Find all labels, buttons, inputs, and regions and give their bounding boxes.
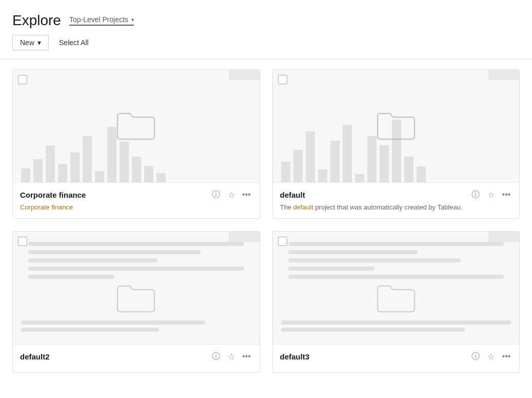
toolbar-divider <box>0 59 532 59</box>
select-all-button[interactable]: Select All <box>57 35 91 50</box>
projects-grid: Corporate finance ⓘ ☆ ••• Corporate fina… <box>0 69 532 385</box>
card-name-row: default ⓘ ☆ ••• <box>280 189 513 200</box>
folder-icon <box>115 109 156 142</box>
card-actions: ⓘ ☆ ••• <box>210 189 252 200</box>
skeleton-line <box>28 275 114 279</box>
more-icon[interactable]: ••• <box>501 189 512 200</box>
top-level-dropdown[interactable]: Top-Level Projects ▾ <box>69 15 134 26</box>
project-card-default3[interactable]: default3 ⓘ ☆ ••• <box>272 231 520 373</box>
new-button-label: New <box>20 39 34 47</box>
card-checkbox[interactable] <box>18 75 27 84</box>
page-header: Explore Top-Level Projects ▾ <box>0 0 532 35</box>
card-name: default3 <box>280 352 310 361</box>
toolbar: New ▾ Select All <box>0 35 532 59</box>
skeleton-bottom <box>281 320 511 336</box>
folder-icon-wrap <box>115 109 156 144</box>
card-name-row: default2 ⓘ ☆ ••• <box>20 351 252 362</box>
card-checkbox[interactable] <box>278 75 287 84</box>
card-description: The default project that was automatical… <box>280 203 513 211</box>
info-icon[interactable]: ⓘ <box>210 351 222 362</box>
skeleton-line <box>288 250 418 254</box>
chevron-down-icon: ▾ <box>131 17 134 23</box>
card-thumbnail <box>273 232 520 345</box>
card-thumbnail <box>273 70 520 183</box>
skeleton-line <box>28 267 244 271</box>
card-name-row: default3 ⓘ ☆ ••• <box>280 351 513 362</box>
star-icon[interactable]: ☆ <box>485 189 497 200</box>
skeleton-line <box>28 250 201 254</box>
card-info: default3 ⓘ ☆ ••• <box>273 345 520 372</box>
card-info: default ⓘ ☆ ••• The default project that… <box>273 183 520 218</box>
card-description: Corporate finance <box>20 203 252 211</box>
new-chevron-icon: ▾ <box>37 39 41 47</box>
info-icon[interactable]: ⓘ <box>210 189 222 200</box>
folder-icon <box>115 281 156 314</box>
more-icon[interactable]: ••• <box>241 351 252 362</box>
info-icon[interactable]: ⓘ <box>470 189 481 200</box>
star-icon[interactable]: ☆ <box>485 351 497 362</box>
card-actions: ⓘ ☆ ••• <box>470 189 512 200</box>
folder-icon-wrap <box>376 281 417 316</box>
card-thumbnail <box>13 232 260 345</box>
skeleton-line <box>28 258 157 262</box>
card-actions: ⓘ ☆ ••• <box>210 351 252 362</box>
folder-icon <box>376 109 417 142</box>
card-checkbox[interactable] <box>278 237 287 246</box>
info-icon[interactable]: ⓘ <box>470 351 481 362</box>
project-card-corporate-finance[interactable]: Corporate finance ⓘ ☆ ••• Corporate fina… <box>12 69 260 219</box>
folder-icon-wrap <box>115 281 156 316</box>
skeleton-lines <box>28 242 244 283</box>
skeleton-line <box>288 275 504 279</box>
more-icon[interactable]: ••• <box>241 189 252 200</box>
folder-icon <box>376 281 417 314</box>
card-name-row: Corporate finance ⓘ ☆ ••• <box>20 189 252 200</box>
new-button[interactable]: New ▾ <box>12 35 49 50</box>
card-checkbox[interactable] <box>18 237 27 246</box>
card-info: default2 ⓘ ☆ ••• <box>13 345 260 372</box>
card-name: default2 <box>20 352 50 361</box>
skeleton-line <box>288 258 461 262</box>
project-card-default[interactable]: default ⓘ ☆ ••• The default project that… <box>272 69 520 219</box>
skeleton-line <box>288 267 375 271</box>
skeleton-lines <box>288 242 504 283</box>
card-info: Corporate finance ⓘ ☆ ••• Corporate fina… <box>13 183 260 218</box>
dropdown-label: Top-Level Projects <box>69 15 128 24</box>
skeleton-bottom <box>21 320 251 336</box>
star-icon[interactable]: ☆ <box>226 351 237 362</box>
card-actions: ⓘ ☆ ••• <box>470 351 512 362</box>
skeleton-line <box>28 242 244 246</box>
card-name: Corporate finance <box>20 191 86 199</box>
card-name: default <box>280 191 305 199</box>
more-icon[interactable]: ••• <box>501 351 512 362</box>
star-icon[interactable]: ☆ <box>226 189 237 200</box>
highlight-word: default <box>293 203 313 211</box>
skeleton-line <box>288 242 504 246</box>
folder-icon-wrap <box>376 109 417 144</box>
page-title: Explore <box>12 12 61 29</box>
card-thumbnail <box>13 70 260 183</box>
project-card-default2[interactable]: default2 ⓘ ☆ ••• <box>12 231 260 373</box>
